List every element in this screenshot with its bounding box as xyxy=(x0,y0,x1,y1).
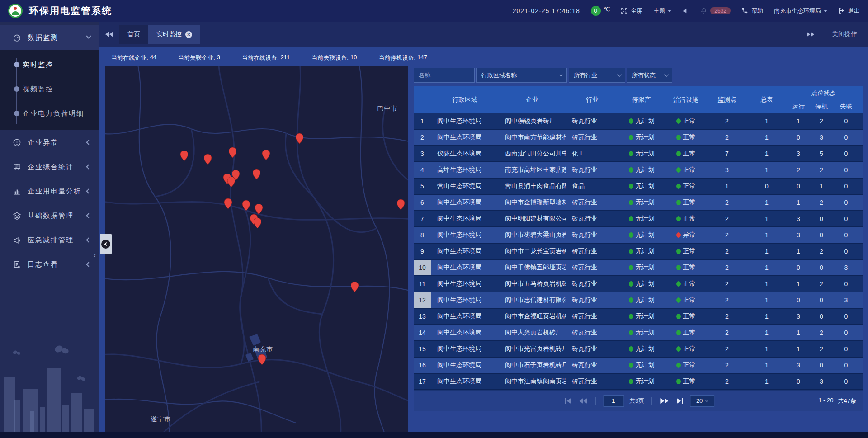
map-pin-icon[interactable] xyxy=(296,133,303,144)
sidebar-item-5[interactable]: 应急减排管理 xyxy=(0,228,99,252)
sidebar-subitem-0-1[interactable]: 视频监控 xyxy=(0,77,99,101)
sidebar-item-0[interactable]: 数据监测 xyxy=(0,25,99,50)
status-dot-green-icon xyxy=(676,379,681,384)
map-pin-icon[interactable] xyxy=(242,200,250,211)
table-row[interactable]: 13阆中生态环境局阆中市金福旺页岩机砖砖瓦行业无计划正常21300 xyxy=(414,309,863,325)
sidebar-item-6[interactable]: 日志查看 xyxy=(0,252,99,277)
facility-status-text: 正常 xyxy=(683,377,696,386)
map-pin-icon[interactable] xyxy=(204,154,212,165)
row-points-cell: 2 xyxy=(708,215,746,222)
row-meters-cell: 1 xyxy=(746,297,787,304)
map-pin-icon[interactable] xyxy=(397,199,405,210)
name-search-input[interactable]: 名称 xyxy=(414,68,475,83)
row-index-cell: 1 xyxy=(414,113,431,129)
stat-item: 当前失联企业: 3 xyxy=(178,54,220,62)
status-dot-green-icon xyxy=(629,167,633,173)
fullscreen-button[interactable]: 全屏 xyxy=(621,7,642,15)
sidebar-item-4[interactable]: 基础数据管理 xyxy=(0,203,99,228)
row-industry-cell: 砖瓦行业 xyxy=(566,361,619,369)
page-number-input[interactable]: 1 xyxy=(603,395,624,407)
table-row[interactable]: 3仪陇生态环境局西南油气田分公司川中化工无计划正常71350 xyxy=(414,146,863,162)
status-dot-green-icon xyxy=(676,346,681,352)
prev-page-button[interactable] xyxy=(578,396,588,406)
row-facility-status-cell: 正常 xyxy=(664,377,708,386)
map-pin-icon[interactable] xyxy=(253,169,260,179)
region-select[interactable]: 行政区域名称 xyxy=(476,68,567,83)
row-index-cell: 12 xyxy=(414,292,431,308)
theme-dropdown[interactable]: 主题 xyxy=(653,7,671,15)
status-dot-green-icon xyxy=(629,330,633,335)
table-row[interactable]: 17阆中生态环境局阆中市江南镇阆南页岩砖瓦行业无计划正常21030 xyxy=(414,374,863,390)
chevron-left-icon xyxy=(101,240,110,249)
tab-home[interactable]: 首页 xyxy=(119,25,148,44)
table-row[interactable]: 1阆中生态环境局阆中强锐页岩砖厂砖瓦行业无计划正常21120 xyxy=(414,113,863,130)
stat-value: 10 xyxy=(350,54,357,62)
page-size-select[interactable]: 20 xyxy=(690,395,714,407)
row-stop-cell: 0 xyxy=(810,215,833,222)
notification-widget[interactable]: 2632 xyxy=(700,7,731,14)
last-page-button[interactable] xyxy=(675,396,684,406)
table-row[interactable]: 9阆中生态环境局阆中市二龙长宝页岩砖砖瓦行业无计划正常21120 xyxy=(414,244,863,260)
logout-label: 退出 xyxy=(848,7,860,15)
map-panel[interactable]: 巴中市南充市遂宁市 xyxy=(105,66,408,432)
table-row[interactable]: 14阆中生态环境局阆中大兴页岩机砖厂砖瓦行业无计划正常21120 xyxy=(414,325,863,341)
table-row[interactable]: 5营山生态环境局营山县润丰肉食品有限食品无计划正常10010 xyxy=(414,179,863,195)
table-row[interactable]: 8阆中生态环境局阆中市枣碧大梁山页岩砖瓦行业无计划异常21300 xyxy=(414,227,863,244)
table-row[interactable]: 10阆中生态环境局阆中千佛镇五郎垭页岩砖瓦行业无计划正常21003 xyxy=(414,260,863,276)
map-pin-icon[interactable] xyxy=(262,150,270,160)
tabs-scroll-left-button[interactable] xyxy=(99,25,119,44)
map-pin-icon[interactable] xyxy=(224,198,232,209)
sidebar-subitem-0-0[interactable]: 实时监控 xyxy=(0,52,99,77)
facility-status-text: 正常 xyxy=(683,166,696,174)
row-stop-cell: 3 xyxy=(810,378,833,385)
industry-select[interactable]: 所有行业 xyxy=(569,68,625,83)
table-row[interactable]: 16阆中生态环境局阆中市石子页岩机砖厂砖瓦行业无计划正常21300 xyxy=(414,358,863,374)
table-row[interactable]: 15阆中生态环境局阆中市光富页岩机砖厂砖瓦行业无计划正常21120 xyxy=(414,341,863,358)
row-lost-cell: 0 xyxy=(833,329,859,336)
status-select[interactable]: 所有状态 xyxy=(627,68,672,83)
row-stop-cell: 2 xyxy=(810,280,833,287)
map-pin-icon[interactable] xyxy=(227,177,235,187)
tab-realtime-monitor[interactable]: 实时监控 ✕ xyxy=(148,25,200,44)
first-page-button[interactable] xyxy=(563,396,573,406)
table-row[interactable]: 12阆中生态环境局阆中市忠信建材有限公砖瓦行业无计划正常21003 xyxy=(414,292,863,309)
row-limit-status-cell: 无计划 xyxy=(619,247,664,255)
row-company-cell: 西南油气田分公司川中 xyxy=(499,150,566,158)
org-dropdown[interactable]: 南充市生态环境局 xyxy=(774,7,827,15)
sidebar-item-1[interactable]: 企业异常 xyxy=(0,130,99,155)
row-run-cell: 3 xyxy=(787,313,810,320)
fullscreen-label: 全屏 xyxy=(631,7,642,15)
help-button[interactable]: 帮助 xyxy=(741,7,763,15)
mute-button[interactable] xyxy=(682,7,689,14)
map-pin-icon[interactable] xyxy=(351,282,359,292)
facility-status-text: 正常 xyxy=(683,117,696,125)
row-company-cell: 营山县润丰肉食品有限 xyxy=(499,182,566,190)
facility-status-text: 正常 xyxy=(683,264,696,272)
table-row[interactable]: 2阆中生态环境局阆中市南方节能建材有砖瓦行业无计划正常21030 xyxy=(414,130,863,146)
sidebar-item-2[interactable]: 企业综合统计 xyxy=(0,155,99,179)
map-pin-icon[interactable] xyxy=(255,204,263,214)
table-row[interactable]: 6阆中生态环境局阆中市金博瑞新型墙材砖瓦行业无计划正常21120 xyxy=(414,195,863,211)
map-collapse-handle[interactable] xyxy=(100,234,112,254)
next-page-button[interactable] xyxy=(659,396,669,406)
tab-close-icon[interactable]: ✕ xyxy=(185,31,192,38)
row-points-cell: 2 xyxy=(708,313,746,320)
chevron-down-icon xyxy=(668,10,671,12)
bell-icon xyxy=(700,7,708,14)
sidebar-item-3[interactable]: 企业用电量分析 xyxy=(0,179,99,203)
map-pin-icon[interactable] xyxy=(180,151,188,161)
map-pin-icon[interactable] xyxy=(258,354,266,365)
tabs-scroll-right-button[interactable] xyxy=(800,25,820,44)
status-dot-green-icon xyxy=(629,135,633,140)
table-row[interactable]: 7阆中生态环境局阆中明阳建材有限公司砖瓦行业无计划正常21300 xyxy=(414,211,863,227)
logout-button[interactable]: 退出 xyxy=(838,7,860,15)
sidebar-subitem-0-2[interactable]: 企业电力负荷明细 xyxy=(0,101,99,126)
status-dot-green-icon xyxy=(676,363,681,368)
map-pin-icon[interactable] xyxy=(254,218,261,228)
table-row[interactable]: 4高坪生态环境局南充市高坪区王家店建砖瓦行业无计划正常31220 xyxy=(414,162,863,179)
map-pin-icon[interactable] xyxy=(229,147,236,158)
close-operations-button[interactable]: 关闭操作 xyxy=(832,30,857,38)
sidebar-collapse-chevron[interactable]: ‹ xyxy=(94,251,96,259)
table-row[interactable]: 11阆中生态环境局阆中市五马桥页岩机砖砖瓦行业无计划正常21120 xyxy=(414,276,863,292)
row-index-cell: 4 xyxy=(414,162,431,178)
